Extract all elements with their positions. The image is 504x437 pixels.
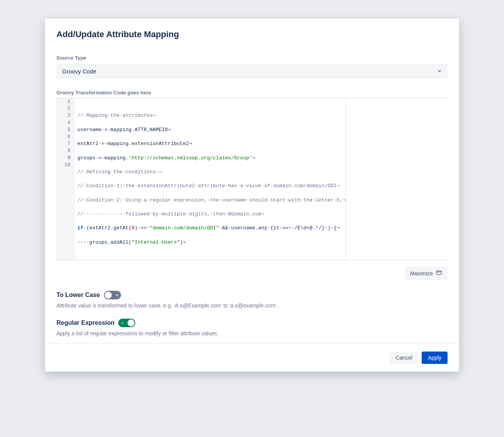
fold-marker-icon[interactable]: ▾ xyxy=(69,155,71,160)
regex-title: Regular Expression xyxy=(56,319,114,326)
lower-case-title: To Lower Case xyxy=(56,292,100,299)
apply-button[interactable]: Apply xyxy=(422,352,448,364)
dialog-title: Add/Update Attribute Mapping xyxy=(56,29,448,39)
x-icon: ✕ xyxy=(115,293,119,297)
source-type-select-wrap: Groovy Code xyxy=(56,64,448,79)
dialog-footer: Cancel Apply xyxy=(45,343,459,372)
cancel-button[interactable]: Cancel xyxy=(390,352,418,364)
regex-toggle[interactable]: ✓ xyxy=(118,319,135,327)
maximize-button[interactable]: Maximize xyxy=(405,266,448,280)
attribute-mapping-dialog: Add/Update Attribute Mapping Source Type… xyxy=(45,19,459,372)
check-icon: ✓ xyxy=(121,321,124,325)
lower-case-toggle[interactable]: ✕ xyxy=(104,291,121,299)
source-type-select[interactable]: Groovy Code xyxy=(56,64,448,79)
section-regex: Regular Expression ✓ Apply a list of reg… xyxy=(56,319,448,343)
section-lower-case: To Lower Case ✕ Attribute value is trans… xyxy=(56,291,448,309)
code-editor[interactable]: 12345678910 ▾ //·Mapping·the·attributes¬… xyxy=(56,98,448,260)
dialog-body: Add/Update Attribute Mapping Source Type… xyxy=(45,19,459,343)
regex-desc: Apply a list of regular expressions to m… xyxy=(56,330,448,336)
lower-case-desc: Attribute value is transformed to lower … xyxy=(56,302,448,309)
maximize-label: Maximize xyxy=(410,270,433,277)
source-type-label: Source Type xyxy=(56,55,448,61)
print-margin xyxy=(346,98,346,260)
code-content[interactable]: //·Mapping·the·attributes¬ username·=·ma… xyxy=(75,98,448,260)
svg-rect-0 xyxy=(437,271,441,275)
code-editor-label: Groovy Transformation Code goes here xyxy=(56,90,448,96)
maximize-icon xyxy=(436,270,442,277)
maximize-row: Maximize xyxy=(56,266,448,280)
code-gutter: 12345678910 xyxy=(56,98,75,260)
